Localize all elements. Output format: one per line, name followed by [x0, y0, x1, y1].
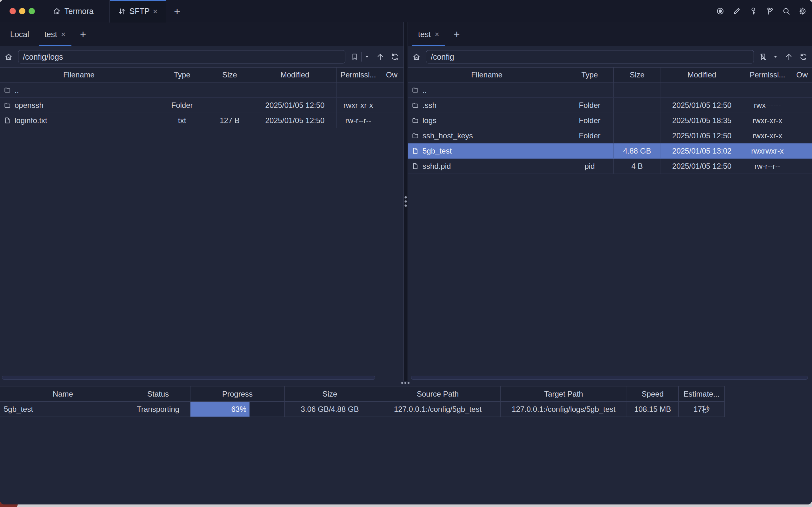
permissions-cell: rwxrwxr-x: [743, 144, 792, 158]
search-icon[interactable]: [782, 7, 791, 15]
bookmark-slash-icon[interactable]: [759, 53, 767, 61]
column-header-filename[interactable]: Filename: [408, 68, 566, 82]
keychain-icon[interactable]: [766, 7, 774, 15]
left-new-tab-button[interactable]: +: [76, 27, 91, 42]
table-row[interactable]: logs Folder 2025/01/05 18:35 rwxr-xr-x: [408, 113, 812, 128]
app-window: Termora SFTP × + Local test: [0, 0, 812, 504]
column-header-size[interactable]: Size: [613, 68, 661, 82]
tab-sftp[interactable]: SFTP ×: [110, 0, 166, 22]
column-header-name[interactable]: Name: [0, 386, 126, 401]
permissions-cell: rwx------: [743, 98, 792, 113]
column-header-estimate[interactable]: Estimate...: [679, 386, 725, 401]
settings-gear-icon[interactable]: [799, 7, 807, 15]
toolbar-divider: [361, 52, 362, 62]
home-icon: [53, 7, 61, 15]
close-window-button[interactable]: [9, 8, 16, 14]
column-header-modified[interactable]: Modified: [661, 68, 743, 82]
progress-bar: 63%: [191, 402, 250, 416]
column-header-filename[interactable]: Filename: [0, 68, 158, 82]
left-tab-local[interactable]: Local: [3, 22, 37, 46]
key-icon[interactable]: [749, 7, 757, 15]
home-icon[interactable]: [4, 53, 13, 61]
permissions-cell: rw-r--r--: [337, 113, 380, 128]
edit-icon[interactable]: [733, 7, 741, 15]
parent-directory-icon[interactable]: [785, 53, 793, 61]
column-header-modified[interactable]: Modified: [253, 68, 337, 82]
filename-label: ..: [15, 86, 19, 95]
right-path-input[interactable]: [426, 50, 754, 63]
left-tab-local-label: Local: [10, 30, 29, 39]
column-header-type[interactable]: Type: [566, 68, 613, 82]
filename-label: openssh: [15, 101, 44, 110]
table-row[interactable]: ..: [0, 82, 403, 98]
right-table-header: Filename Type Size Modified Permissi... …: [408, 67, 812, 82]
column-header-size[interactable]: Size: [285, 386, 375, 401]
column-header-speed[interactable]: Speed: [627, 386, 679, 401]
column-header-status[interactable]: Status: [126, 386, 191, 401]
column-header-owner[interactable]: Ow: [380, 68, 403, 82]
filename-label: logs: [423, 116, 436, 125]
transfer-source-cell: 127.0.0.1:/config/5gb_test: [375, 402, 501, 416]
transfer-row[interactable]: 5gb_test Transporting 63% 3.06 GB/4.88 G…: [0, 402, 725, 417]
refresh-icon[interactable]: [391, 53, 399, 61]
parent-directory-icon[interactable]: [376, 53, 384, 61]
horizontal-scrollbar[interactable]: [411, 376, 808, 380]
size-cell: [206, 98, 253, 113]
column-header-progress[interactable]: Progress: [191, 386, 285, 401]
horizontal-scrollbar[interactable]: [2, 376, 375, 380]
table-row[interactable]: ..: [408, 82, 812, 98]
record-icon[interactable]: [716, 7, 724, 15]
home-icon[interactable]: [412, 53, 421, 61]
chevron-down-icon[interactable]: [364, 54, 370, 60]
column-header-target-path[interactable]: Target Path: [501, 386, 627, 401]
filename-label: .ssh: [423, 101, 436, 110]
modified-cell: 2025/01/05 12:50: [661, 128, 743, 143]
folder-icon: [4, 86, 11, 94]
transfer-table-header: Name Status Progress Size Source Path Ta…: [0, 386, 725, 402]
new-terminal-tab-button[interactable]: +: [170, 4, 184, 18]
splitter-grip-icon: [405, 196, 407, 207]
close-tab-icon[interactable]: ×: [153, 7, 157, 15]
right-pane-tabs: test × +: [408, 22, 812, 46]
panel-resize-grip-icon[interactable]: [401, 382, 410, 384]
modified-cell: 2025/01/05 12:50: [661, 159, 743, 174]
close-tab-icon[interactable]: ×: [61, 31, 66, 38]
owner-cell: [792, 159, 812, 174]
right-new-tab-button[interactable]: +: [449, 27, 464, 42]
tab-termora-home[interactable]: Termora: [48, 0, 98, 22]
column-header-type[interactable]: Type: [158, 68, 206, 82]
left-path-input[interactable]: [18, 50, 345, 63]
size-cell: 4 B: [613, 159, 661, 174]
filename-label: sshd.pid: [423, 162, 451, 171]
column-header-source-path[interactable]: Source Path: [375, 386, 501, 401]
column-header-owner[interactable]: Ow: [792, 68, 812, 82]
table-row[interactable]: openssh Folder 2025/01/05 12:50 rwxr-xr-…: [0, 98, 403, 113]
close-tab-icon[interactable]: ×: [435, 31, 439, 38]
pane-splitter[interactable]: [403, 22, 408, 381]
size-cell: 127 B: [206, 113, 253, 128]
transfer-size-cell: 3.06 GB/4.88 GB: [285, 402, 375, 416]
right-tab-test[interactable]: test ×: [411, 22, 447, 46]
left-tab-test[interactable]: test ×: [37, 22, 73, 46]
table-row-selected[interactable]: 5gb_test 4.88 GB 2025/01/05 13:02 rwxrwx…: [408, 144, 812, 159]
size-cell: [613, 82, 661, 97]
table-row[interactable]: loginfo.txt txt 127 B 2025/01/05 12:50 r…: [0, 113, 403, 128]
refresh-icon[interactable]: [799, 53, 808, 61]
table-row[interactable]: sshd.pid pid 4 B 2025/01/05 12:50 rw-r--…: [408, 159, 812, 174]
chevron-down-icon[interactable]: [773, 54, 778, 60]
maximize-window-button[interactable]: [29, 8, 35, 14]
file-icon: [4, 117, 11, 124]
modified-cell: 2025/01/05 12:50: [253, 113, 337, 128]
bookmark-icon[interactable]: [350, 53, 359, 61]
column-header-size[interactable]: Size: [206, 68, 253, 82]
folder-icon: [412, 117, 419, 124]
table-row[interactable]: ssh_host_keys Folder 2025/01/05 12:50 rw…: [408, 128, 812, 144]
sftp-split-view: Local test × + Filename: [0, 22, 812, 381]
transfer-target-cell: 127.0.0.1:/config/logs/5gb_test: [501, 402, 627, 416]
table-row[interactable]: .ssh Folder 2025/01/05 12:50 rwx------: [408, 98, 812, 113]
permissions-cell: rw-r--r--: [743, 159, 792, 174]
minimize-window-button[interactable]: [19, 8, 25, 14]
type-cell: Folder: [566, 98, 613, 113]
column-header-permissions[interactable]: Permissi...: [743, 68, 792, 82]
column-header-permissions[interactable]: Permissi...: [337, 68, 380, 82]
